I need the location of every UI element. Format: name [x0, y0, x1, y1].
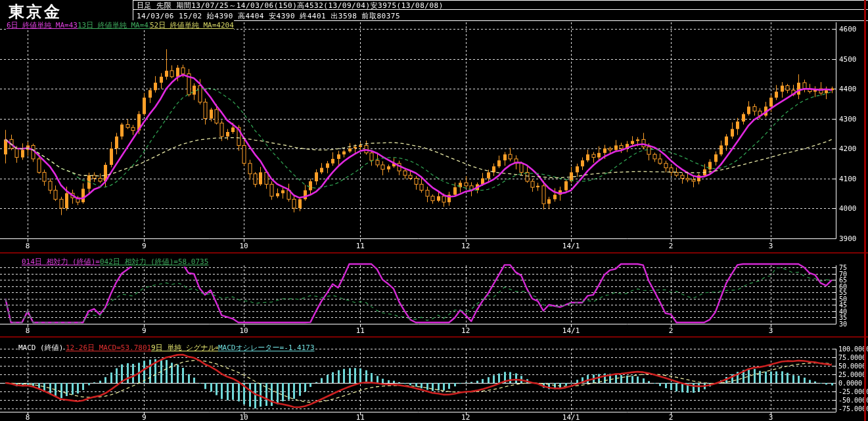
chart-window: 東京金 日足 先限 期間13/07/25～14/03/06(150)高4532(…: [0, 0, 868, 421]
month-tick-label: 14/1: [561, 326, 581, 335]
info-box-divider: [133, 9, 868, 10]
price-tick-label: 4600: [839, 25, 857, 33]
price-tick-label: 3900: [839, 234, 857, 243]
month-tick-label: 9: [134, 242, 154, 250]
info-box-left-border: [133, 0, 133, 21]
month-tick-label: 11: [350, 326, 370, 335]
price-tick-label: 4100: [839, 175, 857, 183]
month-tick-label: 3: [761, 242, 781, 250]
macd-tick-label: 0.0000: [838, 380, 862, 387]
chart-canvas: [0, 0, 868, 421]
month-tick-label: 3: [761, 326, 781, 335]
panel-separator-price-rsi: [0, 252, 868, 254]
month-tick-label: 10: [234, 242, 254, 250]
month-tick-label: 2: [661, 242, 681, 250]
month-tick-label: 2: [661, 413, 681, 421]
month-tick-label: 12: [456, 413, 476, 421]
window-border-right: [864, 0, 866, 421]
month-tick-label: 3: [761, 413, 781, 421]
macd-legend-title: MACD (終値): [18, 343, 63, 353]
macd-legend-macd-line: 12-26日 MACD=53.7801: [66, 343, 151, 353]
quote-ohlc-line: 14/03/06 15/02 始4390 高4404 安4390 終4401 出…: [137, 11, 400, 21]
month-tick-label: 14/1: [561, 242, 581, 250]
ma-legend-6day: 6日 終値単純 MA=4385: [7, 20, 86, 30]
month-tick-label: 2: [661, 326, 681, 335]
instrument-title: 東京金: [9, 1, 62, 22]
panel-separator-rsi-macd: [0, 336, 868, 338]
month-tick-label: 8: [18, 242, 37, 250]
rsi-legend-42day: 042日 相対力 (終値)=58.0735: [100, 257, 208, 267]
month-tick-label: 11: [350, 413, 370, 421]
price-tick-label: 4500: [839, 55, 857, 64]
price-tick-label: 4200: [839, 144, 857, 153]
macd-tick-label: 50.0000: [838, 363, 866, 370]
month-tick-label: 8: [18, 413, 37, 421]
month-tick-label: 10: [234, 326, 254, 335]
month-tick-label: 12: [456, 326, 476, 335]
macd-legend-oscillator: MACDオシレーター=-1.4173: [218, 343, 315, 353]
month-tick-label: 11: [350, 242, 370, 250]
month-tick-label: 12: [456, 242, 476, 250]
ma-legend-52day: 52日 終値単純 MA=4204: [150, 20, 234, 30]
month-tick-label: 9: [134, 413, 154, 421]
macd-tick-label: 75.0000: [838, 354, 866, 361]
ma-legend-13day: 13日 終値単純 MA=4371: [78, 20, 162, 30]
month-tick-label: 8: [18, 326, 37, 335]
month-tick-label: 10: [234, 413, 254, 421]
price-tick-label: 4000: [839, 204, 857, 213]
macd-tick-label: 25.0000: [838, 371, 866, 378]
month-tick-label: 14/1: [561, 413, 581, 421]
month-tick-label: 9: [134, 326, 154, 335]
price-tick-label: 4300: [839, 115, 857, 123]
rsi-tick-label: 30: [839, 321, 847, 328]
info-box-bottom-border: [133, 20, 868, 21]
price-tick-label: 4400: [839, 85, 857, 93]
